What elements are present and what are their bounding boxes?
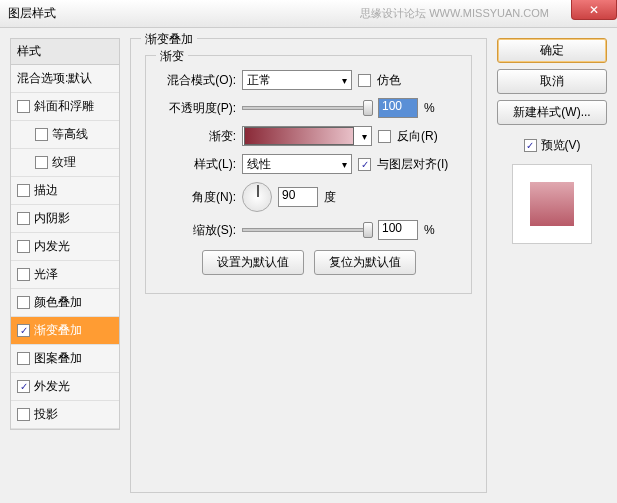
align-checkbox[interactable] — [358, 158, 371, 171]
style-item-9[interactable]: 图案叠加 — [11, 345, 119, 373]
ok-button[interactable]: 确定 — [497, 38, 607, 63]
style-label: 等高线 — [52, 126, 88, 143]
dither-label: 仿色 — [377, 72, 401, 89]
style-label: 纹理 — [52, 154, 76, 171]
sub-title: 渐变 — [156, 48, 188, 65]
reverse-label: 反向(R) — [397, 128, 438, 145]
preview-swatch — [530, 182, 574, 226]
blend-mode-label: 混合模式(O): — [158, 72, 236, 89]
styles-header: 样式 — [11, 39, 119, 65]
group-title: 渐变叠加 — [141, 31, 197, 48]
preview-checkbox[interactable] — [524, 139, 537, 152]
style-label: 渐变叠加 — [34, 322, 82, 339]
style-label: 斜面和浮雕 — [34, 98, 94, 115]
style-checkbox[interactable] — [35, 156, 48, 169]
style-item-8[interactable]: 渐变叠加 — [11, 317, 119, 345]
style-checkbox[interactable] — [17, 296, 30, 309]
opacity-slider[interactable] — [242, 106, 372, 110]
style-checkbox[interactable] — [17, 184, 30, 197]
style-label: 光泽 — [34, 266, 58, 283]
style-item-0[interactable]: 斜面和浮雕 — [11, 93, 119, 121]
scale-slider[interactable] — [242, 228, 372, 232]
new-style-button[interactable]: 新建样式(W)... — [497, 100, 607, 125]
angle-label: 角度(N): — [158, 189, 236, 206]
style-item-3[interactable]: 描边 — [11, 177, 119, 205]
style-label: 投影 — [34, 406, 58, 423]
set-default-button[interactable]: 设置为默认值 — [202, 250, 304, 275]
style-label: 颜色叠加 — [34, 294, 82, 311]
gradient-picker[interactable] — [242, 126, 372, 146]
style-item-7[interactable]: 颜色叠加 — [11, 289, 119, 317]
opacity-unit: % — [424, 101, 435, 115]
style-checkbox[interactable] — [17, 268, 30, 281]
style-checkbox[interactable] — [17, 212, 30, 225]
style-dropdown[interactable]: 线性 — [242, 154, 352, 174]
angle-dial[interactable] — [242, 182, 272, 212]
style-label: 内阴影 — [34, 210, 70, 227]
gradient-label: 渐变: — [158, 128, 236, 145]
scale-label: 缩放(S): — [158, 222, 236, 239]
blend-mode-dropdown[interactable]: 正常 — [242, 70, 352, 90]
opacity-input[interactable]: 100 — [378, 98, 418, 118]
dither-checkbox[interactable] — [358, 74, 371, 87]
style-checkbox[interactable] — [17, 352, 30, 365]
reverse-checkbox[interactable] — [378, 130, 391, 143]
align-label: 与图层对齐(I) — [377, 156, 448, 173]
style-checkbox[interactable] — [17, 380, 30, 393]
cancel-button[interactable]: 取消 — [497, 69, 607, 94]
style-checkbox[interactable] — [35, 128, 48, 141]
window-title: 图层样式 — [8, 5, 360, 22]
style-label: 图案叠加 — [34, 350, 82, 367]
style-item-4[interactable]: 内阴影 — [11, 205, 119, 233]
style-item-5[interactable]: 内发光 — [11, 233, 119, 261]
blend-mode-value: 正常 — [247, 72, 271, 89]
style-item-6[interactable]: 光泽 — [11, 261, 119, 289]
scale-input[interactable]: 100 — [378, 220, 418, 240]
angle-unit: 度 — [324, 189, 336, 206]
preview-label: 预览(V) — [541, 137, 581, 154]
watermark: 思缘设计论坛 WWW.MISSYUAN.COM — [360, 6, 549, 21]
preview-box — [512, 164, 592, 244]
style-item-1[interactable]: 等高线 — [11, 121, 119, 149]
style-checkbox[interactable] — [17, 408, 30, 421]
style-label: 外发光 — [34, 378, 70, 395]
close-button[interactable]: ✕ — [571, 0, 617, 20]
slider-thumb[interactable] — [363, 222, 373, 238]
style-item-2[interactable]: 纹理 — [11, 149, 119, 177]
style-item-11[interactable]: 投影 — [11, 401, 119, 429]
blend-options-default[interactable]: 混合选项:默认 — [11, 65, 119, 93]
opacity-label: 不透明度(P): — [158, 100, 236, 117]
reset-default-button[interactable]: 复位为默认值 — [314, 250, 416, 275]
style-checkbox[interactable] — [17, 100, 30, 113]
gradient-swatch — [244, 127, 354, 145]
style-label: 内发光 — [34, 238, 70, 255]
style-item-10[interactable]: 外发光 — [11, 373, 119, 401]
style-checkbox[interactable] — [17, 324, 30, 337]
style-label: 描边 — [34, 182, 58, 199]
close-icon: ✕ — [589, 3, 599, 17]
style-label: 样式(L): — [158, 156, 236, 173]
style-value: 线性 — [247, 156, 271, 173]
scale-unit: % — [424, 223, 435, 237]
angle-input[interactable]: 90 — [278, 187, 318, 207]
style-checkbox[interactable] — [17, 240, 30, 253]
slider-thumb[interactable] — [363, 100, 373, 116]
